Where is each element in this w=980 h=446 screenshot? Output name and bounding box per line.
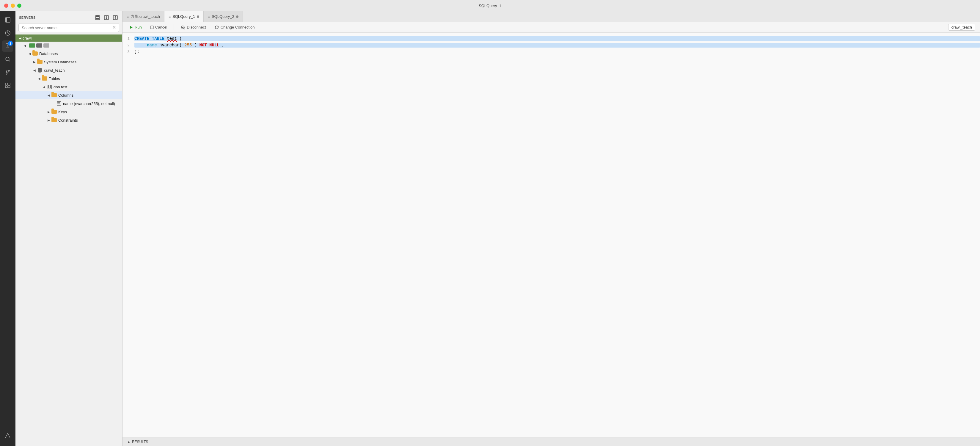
- minimize-button[interactable]: [11, 3, 15, 8]
- tree-container: ◀ crawl ◀ ◀ Databases: [16, 35, 122, 446]
- server-panel-icons: [94, 14, 119, 21]
- svg-point-29: [182, 27, 183, 28]
- crawl-teach-db-icon: [37, 67, 43, 73]
- svg-point-10: [8, 70, 10, 72]
- connection-badge[interactable]: crawl_teach: [948, 24, 975, 30]
- tree-crawl-teach-db[interactable]: ◀ crawl_teach: [16, 66, 122, 74]
- tree-system-databases[interactable]: ▶ System Databases: [16, 58, 122, 66]
- databases-arrow: ◀: [27, 51, 32, 56]
- run-label: Run: [135, 25, 142, 29]
- svg-rect-27: [150, 26, 153, 29]
- svg-point-9: [6, 70, 7, 72]
- disconnect-button[interactable]: Disconnect: [179, 24, 208, 30]
- import-server-icon[interactable]: [112, 14, 119, 21]
- crawl-label: crawl: [22, 36, 120, 40]
- sidebar-item-layout[interactable]: [2, 14, 13, 25]
- server-icon-light: [43, 43, 49, 48]
- not-null-keyword: NOT NULL: [199, 43, 220, 48]
- svg-point-25: [38, 68, 41, 70]
- disconnect-label: Disconnect: [187, 25, 206, 29]
- tables-arrow: ◀: [37, 76, 41, 81]
- sidebar-item-deploy[interactable]: [2, 430, 13, 441]
- sqlquery1-tab-label: SQLQuery_1: [172, 14, 195, 19]
- run-button[interactable]: Run: [127, 24, 143, 30]
- main-area: ≡ 力量:crawl_teach ≡ SQLQuery_1 ≡ SQLQuery…: [123, 11, 980, 446]
- export-server-icon[interactable]: [103, 14, 110, 21]
- tree-name-column[interactable]: ▶ name (nvarchar(255), not null): [16, 99, 122, 108]
- sqlquery1-tab-dot: [197, 16, 199, 18]
- server-panel-header: SERVERS: [16, 11, 122, 23]
- title-bar: SQLQuery_1: [0, 0, 980, 11]
- sqlquery1-tab-icon: ≡: [169, 14, 171, 19]
- tree-server-node[interactable]: ◀: [16, 41, 122, 49]
- svg-rect-15: [8, 86, 10, 88]
- tree-tables[interactable]: ◀ Tables: [16, 74, 122, 83]
- disconnect-icon: [180, 25, 185, 30]
- sqlquery2-tab-dot: [236, 16, 239, 18]
- system-db-label: System Databases: [44, 60, 120, 64]
- name-col-label: name (nvarchar(255), not null): [63, 101, 120, 106]
- tree-keys[interactable]: ▶ Keys: [16, 108, 122, 116]
- line-content-1: CREATE TABLE test (: [134, 36, 980, 41]
- tree-columns[interactable]: ◀ Columns: [16, 91, 122, 99]
- sqlquery2-tab-icon: ≡: [208, 14, 210, 19]
- tree-constraints[interactable]: ▶ Constraints: [16, 116, 122, 124]
- svg-rect-14: [5, 86, 8, 88]
- tree-databases[interactable]: ◀ Databases: [16, 49, 122, 58]
- search-input[interactable]: [22, 25, 110, 30]
- maximize-button[interactable]: [17, 3, 21, 8]
- create-keyword: CREATE: [134, 36, 149, 41]
- svg-marker-16: [5, 433, 10, 438]
- columns-folder-icon: [51, 92, 57, 98]
- save-server-icon[interactable]: [94, 14, 101, 21]
- sidebar-item-schema[interactable]: [2, 80, 13, 91]
- databases-folder-icon: [32, 51, 38, 56]
- databases-label: Databases: [39, 51, 120, 56]
- code-editor[interactable]: 1 CREATE TABLE test ( 2 name nvarchar(: [123, 33, 980, 437]
- tab-sqlquery2[interactable]: ≡ SQLQuery_2: [204, 11, 243, 22]
- toolbar: Run Cancel Disconnect: [123, 22, 980, 33]
- change-connection-label: Change Connection: [221, 25, 255, 29]
- change-conn-icon: [215, 25, 219, 30]
- crawl-teach-tab-label: 力量:crawl_teach: [130, 14, 160, 19]
- crawl-arrow: ◀: [18, 36, 22, 40]
- constraints-folder-icon: [51, 117, 57, 123]
- line-num-3: 3: [123, 49, 134, 54]
- dbo-test-label: dbo.test: [54, 85, 120, 89]
- change-connection-button[interactable]: Change Connection: [213, 24, 256, 30]
- window-controls[interactable]: [4, 3, 21, 8]
- code-line-1: 1 CREATE TABLE test (: [123, 36, 980, 43]
- server-icons: [27, 43, 51, 48]
- svg-marker-26: [130, 26, 133, 29]
- cancel-icon: [150, 25, 154, 29]
- svg-rect-1: [5, 18, 7, 22]
- svg-rect-18: [96, 16, 99, 17]
- sidebar-item-git[interactable]: [2, 67, 13, 78]
- sidebar-item-files[interactable]: 2: [2, 40, 13, 52]
- crawl-teach-db-label: crawl_teach: [44, 68, 120, 73]
- table-name: test: [167, 36, 177, 41]
- close-button[interactable]: [4, 3, 8, 8]
- sidebar-item-history[interactable]: [2, 27, 13, 39]
- system-db-arrow: ▶: [32, 59, 37, 64]
- dbo-test-arrow: ◀: [41, 84, 46, 89]
- cancel-button[interactable]: Cancel: [148, 24, 169, 30]
- name-keyword: name: [147, 43, 157, 48]
- files-badge: 2: [8, 41, 13, 46]
- constraints-label: Constraints: [58, 118, 120, 123]
- tree-dbo-test[interactable]: ◀ dbo.test: [16, 83, 122, 91]
- search-box[interactable]: ✕: [18, 23, 119, 32]
- tab-sqlquery1[interactable]: ≡ SQLQuery_1: [164, 11, 204, 22]
- tree-root-crawl[interactable]: ◀ crawl: [16, 35, 122, 41]
- svg-line-8: [9, 61, 10, 62]
- run-icon: [129, 25, 133, 29]
- tab-crawl-teach[interactable]: ≡ 力量:crawl_teach: [123, 11, 164, 22]
- sqlquery2-tab-label: SQLQuery_2: [212, 14, 234, 19]
- search-clear-icon[interactable]: ✕: [112, 25, 116, 30]
- column-icon: [56, 100, 62, 107]
- system-db-folder-icon: [37, 59, 43, 65]
- tables-folder-icon: [41, 75, 48, 81]
- sidebar-item-search[interactable]: [2, 54, 13, 65]
- keys-folder-icon: [51, 109, 57, 115]
- results-bar[interactable]: ▲ RESULTS: [123, 437, 980, 446]
